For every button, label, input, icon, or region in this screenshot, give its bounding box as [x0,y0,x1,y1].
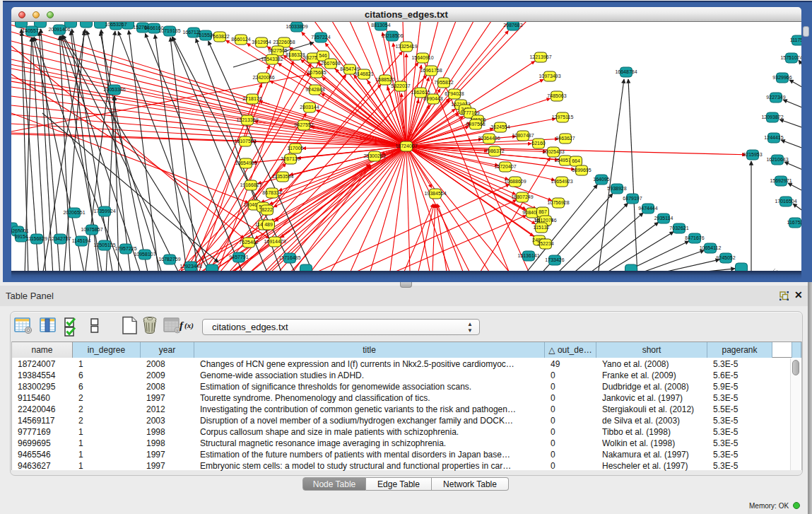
svg-text:18724007: 18724007 [395,144,417,148]
svg-text:7986372: 7986372 [485,148,504,153]
svg-text:f: f [180,320,184,331]
svg-text:12975115: 12975115 [552,115,574,119]
svg-text:9427552: 9427552 [294,122,313,127]
svg-text:1733426: 1733426 [545,257,564,262]
svg-text:18543382: 18543382 [261,57,283,62]
svg-text:19218506: 19218506 [381,33,403,38]
svg-text:20364436: 20364436 [478,136,500,141]
svg-text:164095: 164095 [593,177,609,182]
svg-text:664: 664 [572,158,580,163]
svg-text:111753: 111753 [790,37,801,42]
svg-text:(x): (x) [184,321,194,330]
svg-text:8813054: 8813054 [371,23,390,28]
svg-text:15716485: 15716485 [278,255,300,260]
svg-text:8678334: 8678334 [262,190,281,195]
svg-text:2935114: 2935114 [654,216,673,221]
svg-text:7032621: 7032621 [669,226,688,230]
svg-text:16961758: 16961758 [420,68,442,73]
svg-text:16107553: 16107553 [234,139,256,144]
svg-text:22420046: 22420046 [252,75,274,80]
svg-text:16914479: 16914479 [264,239,286,244]
svg-text:16033809: 16033809 [286,24,307,29]
svg-text:12093872: 12093872 [761,115,783,119]
svg-text:7357224: 7357224 [311,35,330,40]
svg-text:7625402: 7625402 [239,240,258,245]
svg-text:10975857: 10975857 [81,227,102,232]
svg-text:16782759: 16782759 [158,257,180,262]
svg-text:8454749: 8454749 [340,66,359,71]
svg-text:1362615: 1362615 [411,90,430,95]
svg-text:2087682: 2087682 [503,23,522,28]
svg-text:16120746: 16120746 [534,218,556,223]
svg-text:2667608: 2667608 [321,61,340,66]
svg-text:9242848: 9242848 [305,87,324,92]
svg-text:9474444: 9474444 [638,206,657,211]
svg-text:3624554: 3624554 [490,124,510,129]
svg-text:1145194: 1145194 [72,238,91,243]
svg-text:19654923: 19654923 [551,179,572,184]
svg-text:10807487: 10807487 [512,133,534,138]
svg-text:13325419: 13325419 [395,44,417,49]
svg-text:117006: 117006 [288,146,304,151]
svg-text:16648784: 16648784 [615,69,637,74]
svg-text:8990448: 8990448 [423,96,442,101]
svg-text:10958107: 10958107 [134,252,155,257]
svg-text:2718176: 2718176 [242,96,261,101]
svg-text:9146821: 9146821 [354,71,373,76]
svg-text:546: 546 [319,53,327,58]
svg-text:115132: 115132 [534,225,550,230]
svg-text:3675685: 3675685 [307,70,326,75]
svg-text:1588520: 1588520 [375,77,394,82]
svg-text:252234: 252234 [537,241,553,246]
svg-text:489: 489 [264,222,273,227]
svg-text:17359924: 17359924 [93,209,115,214]
svg-text:15720407: 15720407 [494,164,516,169]
svg-text:7563822: 7563822 [210,34,229,39]
svg-text:7955812: 7955812 [434,80,453,85]
svg-text:1244415: 1244415 [764,135,783,140]
svg-text:16210643: 16210643 [766,157,788,162]
svg-text:5322037: 5322037 [391,83,410,88]
svg-text:8660124: 8660124 [231,37,250,42]
svg-text:6879197: 6879197 [623,196,642,201]
svg-text:10973493: 10973493 [539,74,560,78]
svg-text:8215953: 8215953 [743,152,762,157]
svg-text:12213967: 12213967 [529,54,551,59]
svg-text:25300293: 25300293 [363,153,385,158]
svg-text:10654112: 10654112 [700,245,722,250]
svg-text:9457791: 9457791 [229,255,248,259]
svg-text:867: 867 [539,209,547,214]
svg-text:62160: 62160 [531,141,546,146]
svg-text:19654985: 19654985 [235,160,257,165]
svg-text:20206551: 20206551 [63,210,85,215]
svg-text:6899695: 6899695 [572,168,591,173]
svg-text:3267130: 3267130 [281,156,300,161]
svg-text:10756928: 10756928 [547,200,569,205]
svg-text:23226058: 23226058 [273,40,295,45]
svg-text:9245052: 9245052 [716,255,735,260]
svg-text:6794028: 6794028 [445,91,464,96]
svg-text:12505135: 12505135 [93,243,115,247]
svg-text:10025433: 10025433 [542,149,564,154]
svg-text:9463627: 9463627 [555,136,575,141]
svg-text:18807249: 18807249 [511,194,533,199]
svg-text:5938928: 5938928 [607,186,626,191]
svg-text:12923448: 12923448 [180,264,201,269]
svg-text:2803144: 2803144 [300,105,319,110]
svg-text:9329966: 9329966 [772,75,792,80]
svg-text:11156829: 11156829 [26,236,47,241]
svg-text:10719185: 10719185 [158,28,180,33]
svg-text:9777169: 9777169 [460,110,479,115]
svg-text:11353594: 11353594 [272,174,294,179]
svg-text:15136141: 15136141 [517,253,539,258]
svg-text:19166827: 19166827 [240,182,261,187]
svg-text:1405571: 1405571 [22,28,41,33]
svg-text:12342737: 12342737 [49,236,71,241]
svg-text:20053346: 20053346 [103,87,125,92]
svg-text:15640910: 15640910 [411,55,433,60]
svg-text:12213369: 12213369 [236,117,258,122]
svg-text:7485063: 7485063 [547,93,566,98]
svg-text:17957225: 17957225 [114,246,136,251]
svg-text:10688609: 10688609 [504,179,526,184]
svg-text:3912954: 3912954 [252,40,271,45]
